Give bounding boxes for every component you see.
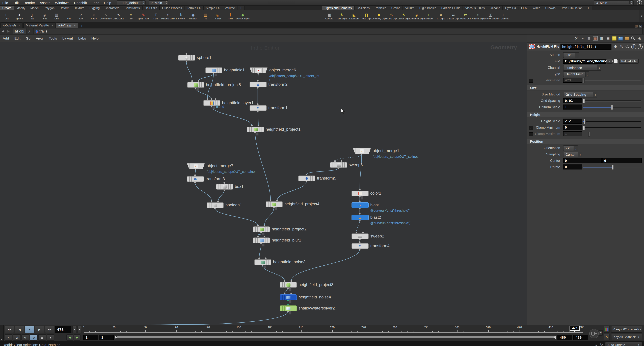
close-icon[interactable]: × xyxy=(74,24,76,27)
prev-keyframe-button[interactable]: ◀ xyxy=(66,334,73,341)
visibility-eye-icon[interactable]: ◉ xyxy=(637,36,642,40)
range-start-field[interactable]: 1 xyxy=(83,335,98,340)
field-height-scale[interactable]: 2.2 xyxy=(563,119,582,124)
network-boxes-icon[interactable]: ▣ xyxy=(606,36,610,40)
next-keyframe-button[interactable]: ▶ xyxy=(74,334,80,341)
shelf-tool-platonic-solids[interactable]: ◇Platonic Solids xyxy=(162,10,174,22)
keys-summary[interactable]: 0 keys, 0/0 channels▲ xyxy=(611,326,642,333)
shelf-tool-distant-light[interactable]: ☀Distant Light xyxy=(398,10,410,22)
asset-box-icon[interactable] xyxy=(624,36,629,40)
breadcrumb-node[interactable]: trails xyxy=(33,28,643,34)
timeline-ruler[interactable]: 1306090120150180210240270300330360390420… xyxy=(84,326,582,334)
slider-track[interactable] xyxy=(583,134,641,134)
node-sweep2[interactable] xyxy=(352,233,368,239)
keyframe-options-icon[interactable]: ● xyxy=(46,334,54,341)
playbar-gutter[interactable]: ▼ xyxy=(0,325,4,341)
port-dot[interactable] xyxy=(194,174,196,176)
slider-handle[interactable] xyxy=(612,165,614,170)
port-dot[interactable] xyxy=(215,98,216,100)
shelf-tool-portal-light[interactable]: ▭Portal Light xyxy=(460,10,472,22)
scene-selector[interactable]: ◪ Main ▲▼ xyxy=(594,0,634,5)
port-dot[interactable] xyxy=(276,199,278,201)
port-dot[interactable] xyxy=(257,103,258,105)
node-transform2[interactable]: ⊕ xyxy=(250,82,267,87)
port-dot[interactable] xyxy=(287,304,289,305)
close-icon[interactable]: × xyxy=(19,24,20,27)
wrench-tools-icon[interactable]: ⚒ xyxy=(574,36,578,40)
shelf-tab-viscous-fluids[interactable]: Viscous Fluids xyxy=(463,6,487,10)
slider-handle[interactable] xyxy=(611,105,613,110)
network-menu-view[interactable]: View xyxy=(33,36,46,40)
back-button[interactable]: ◀ xyxy=(0,29,6,33)
node-blast1[interactable]: ▲ xyxy=(352,202,368,208)
node-heightfield_project3[interactable] xyxy=(280,282,297,288)
stop-button[interactable]: ■ xyxy=(25,326,34,333)
node-object_merge1[interactable]: ▼ xyxy=(353,148,371,154)
sticky-note-icon[interactable] xyxy=(612,36,616,40)
node-heightfield_project5[interactable] xyxy=(187,82,204,88)
node-sphere1[interactable] xyxy=(178,55,195,61)
port-dot[interactable] xyxy=(198,80,200,82)
port-dot[interactable] xyxy=(264,236,265,237)
auto-update-selector[interactable]: Auto Update ▲▼ xyxy=(605,342,642,346)
port-dot[interactable] xyxy=(359,213,360,214)
shelf-tab-polygon[interactable]: Polygon xyxy=(41,6,57,10)
port-dot[interactable] xyxy=(264,225,265,226)
combo-channel[interactable]: Luminance▲▼ xyxy=(563,65,602,71)
center-x-field[interactable]: 0 xyxy=(563,158,602,163)
node-color1[interactable] xyxy=(352,190,368,196)
slider-track[interactable] xyxy=(583,80,641,81)
combo-orientation[interactable]: ZX▲▼ xyxy=(563,145,578,151)
magnifier-icon[interactable] xyxy=(625,44,630,49)
go-to-start-button[interactable]: ◀◀ xyxy=(5,326,14,333)
port-dot[interactable] xyxy=(290,293,292,294)
network-menu-layout[interactable]: Layout xyxy=(60,36,76,40)
field-grid-spacing[interactable]: 0.01 xyxy=(563,98,582,103)
slider-handle[interactable] xyxy=(583,125,585,130)
go-to-end-button[interactable]: ▶▶ xyxy=(45,326,54,333)
shelf-tool-camera[interactable]: ▣Camera xyxy=(323,10,336,22)
shelf-tab-deform[interactable]: Deform xyxy=(57,6,72,10)
file-path-field[interactable]: C:/Users/flore/Documents xyxy=(563,59,606,64)
current-frame-field[interactable]: 473 xyxy=(55,326,72,333)
port-dot[interactable] xyxy=(270,199,272,201)
section-height[interactable]: Height xyxy=(527,112,644,117)
shelf-tab-vellum[interactable]: Vellum xyxy=(403,6,417,10)
menu-assets[interactable]: Assets xyxy=(38,1,53,5)
shelf-tool-grid[interactable]: ▦Grid xyxy=(50,10,63,22)
network-menu-edit[interactable]: Edit xyxy=(12,36,23,40)
select-arrow-icon[interactable]: ↖ xyxy=(5,334,12,341)
shelf-tool-draw-curve[interactable]: ∿Draw Curve xyxy=(112,10,125,22)
shelf-tab-lights-and-cameras[interactable]: Lights and Cameras xyxy=(322,6,354,10)
color-palette-icon[interactable]: ▦ xyxy=(593,36,598,40)
shelf-tool-gi-light[interactable]: ○GI Light xyxy=(435,10,447,22)
node-object_merge6[interactable]: ▼ xyxy=(250,67,268,73)
shelf-tool-volume-light[interactable]: ♨Volume Light xyxy=(385,10,398,22)
network-menu-add[interactable]: Add xyxy=(0,36,12,40)
shelf-add-tab-button[interactable]: + xyxy=(585,6,592,10)
forward-button[interactable]: ▶ xyxy=(6,29,12,33)
node-heightfield_project1[interactable] xyxy=(247,127,264,132)
port-dot[interactable] xyxy=(257,236,259,237)
network-menu-go[interactable]: Go xyxy=(23,36,33,40)
shelf-tab-fem[interactable]: FEM xyxy=(519,6,530,10)
combo-type[interactable]: Height Field▲▼ xyxy=(563,71,589,77)
channel-colors-icon[interactable] xyxy=(604,326,610,333)
shelf-tool-spot-light[interactable]: ◣Spot Light xyxy=(348,10,360,22)
shelf-tab-oceans[interactable]: Oceans xyxy=(487,6,503,10)
port-dot[interactable] xyxy=(186,53,187,55)
node-transform1[interactable]: ⊕ xyxy=(250,105,267,111)
slider-handle[interactable] xyxy=(584,119,586,124)
node-transform5[interactable]: ⊕ xyxy=(298,175,315,181)
pane-maximize-icon[interactable]: ▣ xyxy=(639,24,642,28)
shelf-tab-pyro-fx[interactable]: Pyro FX xyxy=(503,6,519,10)
file-history-dropdown[interactable]: ▼ xyxy=(607,59,612,64)
shelf-tab-modify[interactable]: Modify xyxy=(14,6,28,10)
pane-split-icon[interactable]: ◫ xyxy=(635,24,638,28)
menu-redshift[interactable]: Redshift xyxy=(72,1,89,5)
play-forward-button[interactable]: ▶ xyxy=(35,326,44,333)
shelf-tool-line[interactable]: ∕Line xyxy=(75,10,88,22)
shelf-tool-box[interactable]: ◻Box xyxy=(1,10,13,22)
layout-grid-icon[interactable]: ▦ xyxy=(600,36,604,40)
port-dot[interactable] xyxy=(258,257,260,259)
